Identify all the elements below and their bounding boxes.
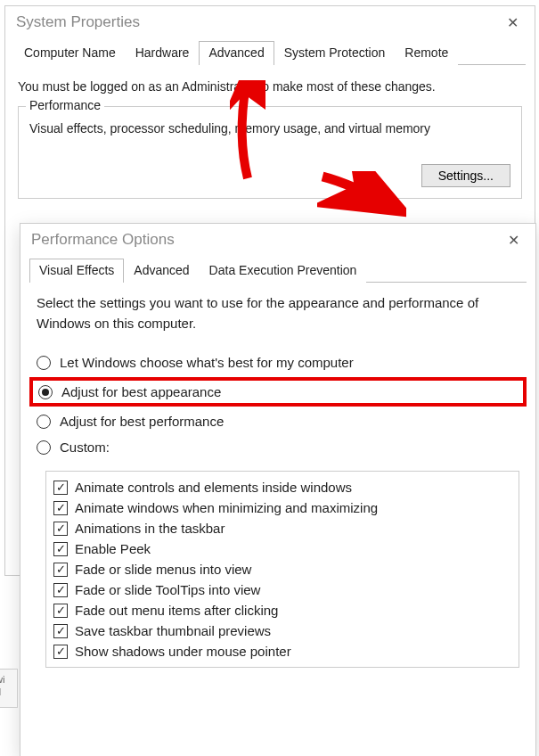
performance-description: Visual effects, processor scheduling, me…	[29, 121, 510, 136]
radio-custom[interactable]: Custom:	[37, 434, 519, 460]
tab-hardware[interactable]: Hardware	[126, 41, 200, 65]
sysprops-tabs: Computer Name Hardware Advanced System P…	[14, 40, 526, 65]
tab-computer-name[interactable]: Computer Name	[14, 41, 126, 65]
sysprops-title: System Properties	[16, 13, 140, 31]
checkbox-icon[interactable]	[53, 481, 68, 495]
visual-effects-checklist: Animate controls and elements inside win…	[45, 471, 519, 668]
checkbox-icon[interactable]	[53, 624, 68, 638]
radio-best-performance[interactable]: Adjust for best performance	[37, 408, 519, 434]
tab-dep[interactable]: Data Execution Prevention	[200, 259, 367, 283]
check-label: Animate windows when minimizing and maxi…	[75, 500, 378, 515]
checkbox-icon[interactable]	[53, 501, 68, 515]
check-save-thumbnails[interactable]: Save taskbar thumbnail previews	[53, 620, 511, 641]
check-animations-taskbar[interactable]: Animations in the taskbar	[53, 518, 511, 538]
check-label: Fade out menu items after clicking	[75, 603, 278, 618]
radio-label: Custom:	[60, 440, 110, 455]
checkbox-icon[interactable]	[53, 563, 68, 577]
check-enable-peek[interactable]: Enable Peek	[53, 538, 511, 559]
radio-group: Let Windows choose what's best for my co…	[20, 349, 535, 460]
tab-advanced[interactable]: Advanced	[199, 41, 274, 65]
checkbox-icon[interactable]	[53, 645, 68, 659]
check-shadows-pointer[interactable]: Show shadows under mouse pointer	[53, 641, 511, 662]
tab-perf-advanced[interactable]: Advanced	[124, 259, 199, 283]
check-label: Animations in the taskbar	[75, 521, 225, 536]
checkbox-icon[interactable]	[53, 542, 68, 556]
check-label: Fade or slide menus into view	[75, 562, 251, 577]
performance-options-window: Performance Options ✕ Visual Effects Adv…	[20, 223, 536, 756]
close-icon[interactable]: ✕	[502, 232, 525, 249]
perfopts-title: Performance Options	[31, 231, 175, 249]
perfopts-tabs: Visual Effects Advanced Data Execution P…	[29, 258, 527, 283]
checkbox-icon[interactable]	[53, 604, 68, 618]
tab-remote[interactable]: Remote	[395, 41, 458, 65]
radio-best-appearance[interactable]: Adjust for best appearance	[29, 377, 527, 407]
radio-icon	[38, 385, 53, 399]
performance-group-label: Performance	[26, 98, 104, 112]
admin-instruction: You must be logged on as an Administrato…	[18, 79, 522, 94]
check-label: Save taskbar thumbnail previews	[75, 623, 271, 638]
radio-icon	[37, 356, 51, 370]
checkbox-icon[interactable]	[53, 583, 68, 597]
check-animate-windows[interactable]: Animate windows when minimizing and maxi…	[53, 497, 511, 518]
performance-group: Performance Visual effects, processor sc…	[18, 106, 522, 199]
radio-label: Adjust for best performance	[60, 414, 224, 429]
check-animate-controls[interactable]: Animate controls and elements inside win…	[53, 477, 511, 497]
check-fade-menus[interactable]: Fade or slide menus into view	[53, 559, 511, 579]
check-label: Show shadows under mouse pointer	[75, 644, 291, 659]
check-fade-tooltips[interactable]: Fade or slide ToolTips into view	[53, 579, 511, 600]
performance-settings-button[interactable]: Settings...	[421, 164, 510, 187]
check-label: Fade or slide ToolTips into view	[75, 582, 260, 597]
radio-label: Let Windows choose what's best for my co…	[60, 355, 354, 370]
check-label: Animate controls and elements inside win…	[75, 480, 352, 495]
perfopts-instruction: Select the settings you want to use for …	[20, 283, 535, 349]
tab-visual-effects[interactable]: Visual Effects	[29, 259, 124, 283]
radio-label: Adjust for best appearance	[61, 384, 221, 399]
close-icon[interactable]: ✕	[502, 14, 524, 31]
radio-icon	[37, 440, 51, 455]
sysprops-titlebar: System Properties ✕	[5, 6, 535, 40]
checkbox-icon[interactable]	[53, 522, 68, 536]
check-fade-menu-items[interactable]: Fade out menu items after clicking	[53, 600, 511, 620]
radio-let-windows[interactable]: Let Windows choose what's best for my co…	[37, 349, 519, 375]
check-label: Enable Peek	[75, 541, 151, 556]
background-fragment: wid	[0, 669, 18, 708]
tab-system-protection[interactable]: System Protection	[274, 41, 396, 65]
radio-icon	[37, 415, 51, 429]
perfopts-titlebar: Performance Options ✕	[20, 224, 535, 258]
sysprops-body: You must be logged on as an Administrato…	[5, 65, 535, 213]
